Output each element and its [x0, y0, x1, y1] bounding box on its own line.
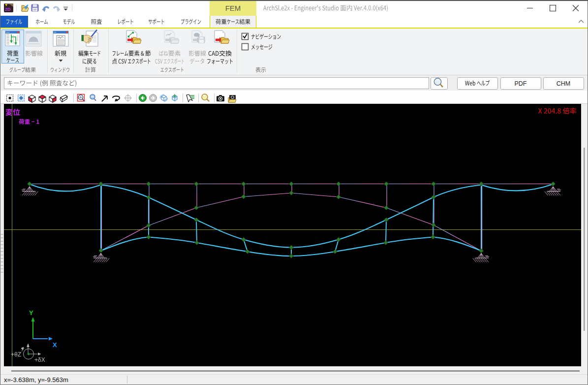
svg-text:X: X [53, 341, 57, 349]
svg-text:FEM: FEM [225, 4, 241, 12]
svg-text:+δX: +δX [34, 356, 45, 363]
svg-text:Y: Y [29, 309, 33, 317]
svg-text:+θZ: +θZ [11, 351, 21, 358]
svg-text:CHM: CHM [557, 80, 570, 87]
svg-text:PDF: PDF [515, 80, 527, 87]
svg-text:2D: 2D [5, 7, 11, 12]
svg-text:x=-3.638m, y=-9.563m: x=-3.638m, y=-9.563m [4, 376, 68, 384]
